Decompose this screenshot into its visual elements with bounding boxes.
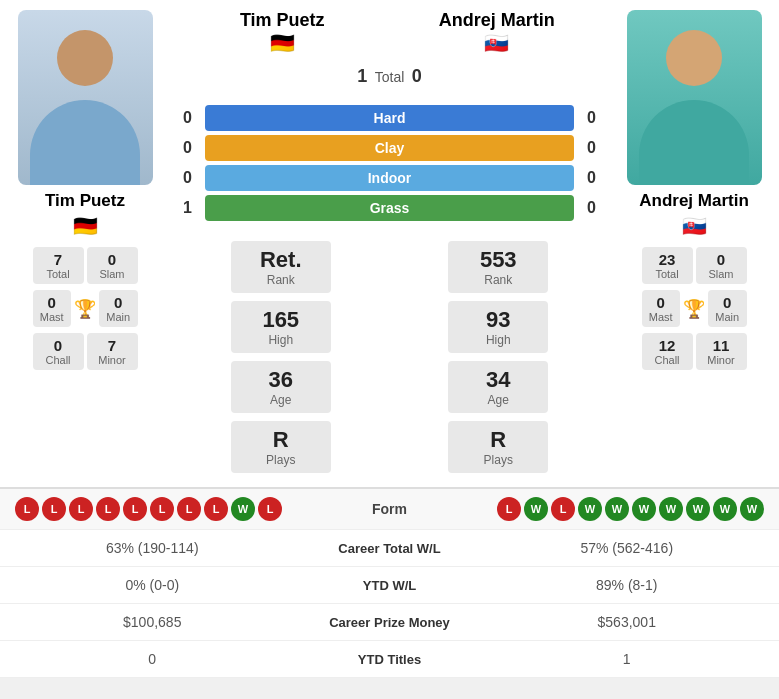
center-stats-section: Tim Puetz 🇩🇪 Andrej Martin 🇸🇰 1 Total 0 [170, 0, 609, 487]
right-form-badge: W [659, 497, 683, 521]
left-main-label: Main [104, 311, 133, 323]
right-main-label: Main [713, 311, 742, 323]
stat-left-0: 63% (190-114) [15, 540, 290, 556]
stat-row: 63% (190-114) Career Total W/L 57% (562-… [0, 530, 779, 567]
right-high-label: High [458, 333, 538, 347]
right-slam-cell: 0 Slam [696, 247, 747, 284]
left-total-value: 7 [38, 251, 79, 268]
right-main-cell: 0 Main [708, 290, 747, 327]
form-label: Form [310, 501, 470, 517]
right-slam-label: Slam [701, 268, 742, 280]
hard-row: 0 Hard 0 [175, 105, 604, 131]
left-player-name: Tim Puetz [45, 191, 125, 211]
left-mast-cell: 0 Mast [33, 290, 72, 327]
right-player-section: Andrej Martin 🇸🇰 23 Total 0 Slam 0 Mast [609, 0, 779, 487]
total-score-left: 1 [350, 66, 375, 87]
right-mast-value: 0 [647, 294, 676, 311]
grass-row: 1 Grass 0 [175, 195, 604, 221]
stat-right-1: 89% (8-1) [490, 577, 765, 593]
right-form-badge: W [524, 497, 548, 521]
left-form-badge: L [204, 497, 228, 521]
right-rank-value: 553 [458, 247, 538, 273]
left-chall-minor: 0 Chall 7 Minor [33, 333, 138, 370]
right-total-value: 23 [647, 251, 688, 268]
main-container: Tim Puetz 🇩🇪 7 Total 0 Slam 0 Mast [0, 0, 779, 678]
left-form-badge: L [15, 497, 39, 521]
left-rank-value: Ret. [241, 247, 321, 273]
indoor-left: 0 [175, 169, 200, 187]
left-rank-label: Rank [241, 273, 321, 287]
left-minor-cell: 7 Minor [87, 333, 138, 370]
stat-label-2: Career Prize Money [290, 615, 490, 630]
right-trophy-icon: 🏆 [683, 298, 705, 320]
grass-tag: Grass [205, 195, 574, 221]
left-total-cell: 7 Total [33, 247, 84, 284]
left-age-label: Age [241, 393, 321, 407]
right-minor-value: 11 [701, 337, 742, 354]
right-age-stat: 34 Age [448, 361, 548, 413]
right-rank-label: Rank [458, 273, 538, 287]
surface-rows: 0 Hard 0 0 Clay 0 0 Indoor 0 1 Grass [175, 101, 604, 225]
right-minor-label: Minor [701, 354, 742, 366]
left-form-badges: LLLLLLLLWL [15, 497, 310, 521]
left-player-photo [18, 10, 153, 185]
right-form-badge: W [578, 497, 602, 521]
right-plays-value: R [458, 427, 538, 453]
right-mast-label: Mast [647, 311, 676, 323]
right-total-cell: 23 Total [642, 247, 693, 284]
left-rank-stat: Ret. Rank [231, 241, 331, 293]
left-form-badge: L [258, 497, 282, 521]
right-high-value: 93 [458, 307, 538, 333]
total-score-right: 0 [404, 66, 429, 87]
right-total-slam: 23 Total 0 Slam [642, 247, 747, 284]
left-main-cell: 0 Main [99, 290, 138, 327]
left-chall-value: 0 [38, 337, 79, 354]
left-mast-value: 0 [38, 294, 67, 311]
left-plays-value: R [241, 427, 321, 453]
bottom-section: LLLLLLLLWL Form LWLWWWWWWW 63% (190-114)… [0, 487, 779, 678]
right-plays-label: Plays [458, 453, 538, 467]
stat-left-1: 0% (0-0) [15, 577, 290, 593]
right-age-value: 34 [458, 367, 538, 393]
right-main-value: 0 [713, 294, 742, 311]
stat-label-3: YTD Titles [290, 652, 490, 667]
left-age-value: 36 [241, 367, 321, 393]
right-rank-stat: 553 Rank [448, 241, 548, 293]
right-form-badge: W [686, 497, 710, 521]
center-left-name: Tim Puetz [175, 10, 390, 31]
left-high-value: 165 [241, 307, 321, 333]
right-form-badges: LWLWWWWWWW [470, 497, 765, 521]
center-right-name: Andrej Martin [390, 10, 605, 31]
right-form-badge: L [497, 497, 521, 521]
left-plays-stat: R Plays [231, 421, 331, 473]
right-form-badge: W [713, 497, 737, 521]
left-minor-value: 7 [92, 337, 133, 354]
left-player-section: Tim Puetz 🇩🇪 7 Total 0 Slam 0 Mast [0, 0, 170, 487]
left-slam-label: Slam [92, 268, 133, 280]
left-total-label: Total [38, 268, 79, 280]
stat-row: $100,685 Career Prize Money $563,001 [0, 604, 779, 641]
hard-right: 0 [579, 109, 604, 127]
left-form-badge: W [231, 497, 255, 521]
left-trophy-row: 0 Mast 🏆 0 Main [33, 290, 138, 327]
right-plays-stat: R Plays [448, 421, 548, 473]
right-player-flag: 🇸🇰 [682, 214, 707, 238]
right-player-photo [627, 10, 762, 185]
left-form-badge: L [42, 497, 66, 521]
clay-tag: Clay [205, 135, 574, 161]
stat-left-2: $100,685 [15, 614, 290, 630]
clay-row: 0 Clay 0 [175, 135, 604, 161]
right-chall-cell: 12 Chall [642, 333, 693, 370]
grass-right: 0 [579, 199, 604, 217]
right-form-badge: W [740, 497, 764, 521]
grass-left: 1 [175, 199, 200, 217]
left-form-badge: L [177, 497, 201, 521]
stat-row: 0% (0-0) YTD W/L 89% (8-1) [0, 567, 779, 604]
hard-left: 0 [175, 109, 200, 127]
left-player-flag: 🇩🇪 [73, 214, 98, 238]
left-form-badge: L [150, 497, 174, 521]
players-section: Tim Puetz 🇩🇪 7 Total 0 Slam 0 Mast [0, 0, 779, 487]
indoor-right: 0 [579, 169, 604, 187]
left-form-badge: L [69, 497, 93, 521]
right-form-badge: W [632, 497, 656, 521]
